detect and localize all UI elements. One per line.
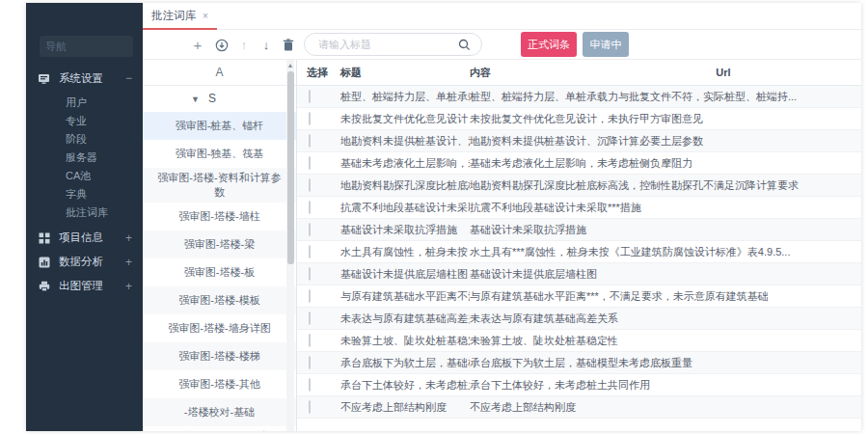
sidebar: 导航 系统设置 − 用户专业阶段服务器CA池字典批注词库 项目信息 + 数据分析… bbox=[26, 3, 143, 431]
table-row[interactable]: 不应考虑上部结构刚度 不应考虑上部结构刚度 bbox=[297, 396, 861, 419]
formal-entry-button[interactable]: 正式词条 bbox=[521, 32, 577, 57]
project-info-icon bbox=[38, 231, 50, 244]
row-checkbox[interactable] bbox=[309, 334, 311, 347]
col-header-url: Url bbox=[716, 67, 730, 78]
scroll-up-icon[interactable]: ▲ bbox=[286, 62, 294, 68]
search-input[interactable]: 请输入标题 bbox=[304, 33, 482, 56]
sidebar-nav-search-input[interactable]: 导航 bbox=[40, 36, 133, 57]
row-checkbox[interactable] bbox=[309, 289, 311, 303]
add-icon[interactable]: + bbox=[189, 30, 206, 60]
table-row[interactable]: 抗震不利地段基础设计未采取必要... 抗震不利地段基础设计未采取***措施 bbox=[297, 197, 861, 219]
table-row[interactable]: 承台底板下为软土层，基础模型未... 承台底板下为软土层，基础模型未考虑底板重量 bbox=[297, 352, 861, 374]
sidebar-section-system-settings[interactable]: 系统设置 − bbox=[26, 65, 143, 92]
applying-button[interactable]: 申请中 bbox=[583, 32, 629, 57]
row-title: 承台下土体较好，未考虑桩土共同... bbox=[340, 378, 470, 393]
category-item-label: 仁:-塔楼校对-承台、地梁、底板 bbox=[152, 429, 286, 431]
category-item[interactable]: 强审图-塔楼-墙柱 bbox=[143, 203, 296, 231]
chevron-down-icon[interactable]: ▼ bbox=[191, 95, 200, 104]
expand-icon[interactable]: + bbox=[125, 256, 132, 269]
category-item[interactable]: 仁:-塔楼校对-承台、地梁、底板 bbox=[143, 426, 296, 431]
row-checkbox[interactable] bbox=[309, 156, 311, 170]
row-checkbox[interactable] bbox=[309, 245, 311, 258]
row-checkbox[interactable] bbox=[309, 223, 311, 236]
row-content: 地勘资料未提供桩基设计、沉降计算必要土层参数 bbox=[470, 134, 861, 149]
table-row[interactable]: 与原有建筑基础水平距离不满足要... 与原有建筑基础水平距离***，不满足要求，… bbox=[297, 285, 861, 308]
table-row[interactable]: 未验算土坡、陡坎处桩基稳定性 未验算土坡、陡坎处桩基稳定性 bbox=[297, 330, 861, 352]
sidebar-item[interactable]: 用户 bbox=[26, 94, 143, 112]
row-checkbox[interactable] bbox=[309, 400, 311, 414]
col-header-select: 选择 bbox=[297, 66, 340, 80]
tab-annotation-lexicon[interactable]: 批注词库× bbox=[143, 3, 217, 30]
sidebar-item[interactable]: 服务器 bbox=[26, 149, 143, 167]
delete-icon[interactable] bbox=[280, 30, 297, 60]
row-content: 抗震不利地段基础设计未采取***措施 bbox=[470, 201, 861, 215]
download-icon[interactable] bbox=[213, 30, 231, 60]
category-item[interactable]: 强审图-塔楼-墙身详图 bbox=[143, 314, 296, 342]
category-panel: A ▼S 强审图-桩基、锚杆 强审图-独基、筏基 强审图-塔楼-资料和计算参数 … bbox=[143, 60, 297, 431]
row-checkbox[interactable] bbox=[309, 134, 311, 148]
row-checkbox[interactable] bbox=[309, 356, 311, 369]
category-item[interactable]: -塔楼校对-基础 bbox=[143, 398, 296, 426]
move-down-icon[interactable]: ↓ bbox=[258, 30, 275, 60]
row-title: 水土具有腐蚀性，桩身未按《工业... bbox=[340, 245, 470, 259]
row-title: 桩型、桩端持力层、单桩承载力与... bbox=[340, 90, 470, 104]
sidebar-item[interactable]: 专业 bbox=[26, 112, 143, 130]
row-content: 基础设计未采取抗浮措施 bbox=[470, 223, 861, 237]
table-row[interactable]: 未按批复文件优化意见设计，未执... 未按批复文件优化意见设计，未执行甲方审图意… bbox=[297, 108, 861, 130]
sidebar-section-project-info[interactable]: 项目信息 + bbox=[26, 226, 143, 250]
move-up-icon[interactable]: ↑ bbox=[235, 30, 253, 60]
category-item[interactable]: 强审图-塔楼-资料和计算参数 bbox=[143, 168, 296, 203]
category-group[interactable]: ▼S bbox=[143, 86, 296, 112]
category-item[interactable]: 强审图-塔楼-其他 bbox=[143, 370, 296, 398]
row-content: 地勘资料勘探孔深度比桩底标高浅，控制性勘探孔不满足沉降计算要求 bbox=[470, 178, 861, 193]
table-row[interactable]: 桩型、桩端持力层、单桩承载力与... 桩型、桩端持力层、单桩承载力与批复文件不符… bbox=[297, 86, 861, 108]
search-icon[interactable] bbox=[458, 39, 471, 51]
scrollbar[interactable]: ▲ bbox=[286, 60, 294, 431]
row-checkbox[interactable] bbox=[309, 378, 311, 392]
sidebar-item[interactable]: CA池 bbox=[26, 167, 143, 185]
table-row[interactable]: 未表达与原有建筑基础高差关系 未表达与原有建筑基础高差关系 bbox=[297, 308, 861, 330]
sidebar-item[interactable]: 阶段 bbox=[26, 130, 143, 149]
row-title: 地勘资料未提供桩基设计、沉降计... bbox=[340, 134, 470, 149]
table-row[interactable]: 承台下土体较好，未考虑桩土共同... 承台下土体较好，未考虑桩土共同作用 bbox=[297, 374, 861, 396]
app-window: 导航 系统设置 − 用户专业阶段服务器CA池字典批注词库 项目信息 + 数据分析… bbox=[26, 3, 861, 431]
sidebar-section-data-analysis[interactable]: 数据分析 + bbox=[26, 250, 143, 274]
row-checkbox[interactable] bbox=[309, 267, 311, 281]
row-checkbox[interactable] bbox=[309, 90, 311, 103]
expand-icon[interactable]: + bbox=[125, 231, 132, 245]
entries-table: 选择 标题 内容 Url 桩型、桩端持力层、单桩承载力与... 桩型、桩端持力层… bbox=[297, 60, 861, 431]
table-row[interactable]: 基础未考虑液化土层影响，未考虑... 基础未考虑液化土层影响，未考虑桩侧负摩阻力 bbox=[297, 152, 861, 175]
category-group-label: S bbox=[208, 92, 216, 105]
row-content: 桩型、桩端持力层、单桩承载力与批复文件不符，实际桩型、桩端持... bbox=[470, 90, 861, 104]
collapse-icon[interactable]: − bbox=[125, 71, 132, 85]
table-row[interactable]: 基础设计未提供底层墙柱图 基础设计未提供底层墙柱图 bbox=[297, 263, 861, 285]
table-row[interactable]: 地勘资料未提供桩基设计、沉降计... 地勘资料未提供桩基设计、沉降计算必要土层参… bbox=[297, 130, 861, 152]
sidebar-item[interactable]: 批注词库 bbox=[26, 203, 143, 222]
row-content: 未验算土坡、陡坎处桩基稳定性 bbox=[470, 334, 861, 348]
row-content: 承台底板下为软土层，基础模型未考虑底板重量 bbox=[470, 356, 861, 370]
row-content: 承台下土体较好，未考虑桩土共同作用 bbox=[470, 378, 861, 393]
category-item[interactable]: 强审图-塔楼-模板 bbox=[143, 286, 296, 314]
scrollbar-thumb[interactable] bbox=[287, 71, 294, 264]
row-title: 抗震不利地段基础设计未采取必要... bbox=[340, 201, 470, 215]
category-item[interactable]: 强审图-塔楼-楼梯 bbox=[143, 342, 296, 370]
row-checkbox[interactable] bbox=[309, 312, 311, 325]
category-item[interactable]: 强审图-塔楼-梁 bbox=[143, 231, 296, 258]
table-body: 桩型、桩端持力层、单桩承载力与... 桩型、桩端持力层、单桩承载力与批复文件不符… bbox=[297, 86, 861, 419]
category-item[interactable]: 强审图-独基、筏基 bbox=[143, 140, 296, 168]
expand-icon[interactable]: + bbox=[125, 280, 132, 293]
table-row[interactable]: 地勘资料勘探孔深度比桩底标高浅... 地勘资料勘探孔深度比桩底标高浅，控制性勘探… bbox=[297, 175, 861, 197]
sidebar-item[interactable]: 字典 bbox=[26, 185, 143, 203]
category-item[interactable]: 强审图-塔楼-板 bbox=[143, 258, 296, 286]
category-item[interactable]: 强审图-桩基、锚杆 bbox=[143, 112, 296, 140]
row-checkbox[interactable] bbox=[309, 201, 311, 214]
table-row[interactable]: 基础设计未采取抗浮措施 基础设计未采取抗浮措施 bbox=[297, 219, 861, 241]
row-content: 未按批复文件优化意见设计，未执行甲方审图意见 bbox=[470, 112, 861, 126]
row-content: 基础未考虑液化土层影响，未考虑桩侧负摩阻力 bbox=[470, 156, 861, 171]
table-row[interactable]: 水土具有腐蚀性，桩身未按《工业... 水土具有***腐蚀性，桩身未按《工业建筑防… bbox=[297, 241, 861, 263]
category-panel-header: A bbox=[143, 60, 296, 86]
sidebar-section-plot-management[interactable]: 出图管理 + bbox=[26, 274, 143, 298]
close-icon[interactable]: × bbox=[203, 11, 208, 21]
row-checkbox[interactable] bbox=[309, 112, 311, 125]
row-checkbox[interactable] bbox=[309, 178, 311, 192]
